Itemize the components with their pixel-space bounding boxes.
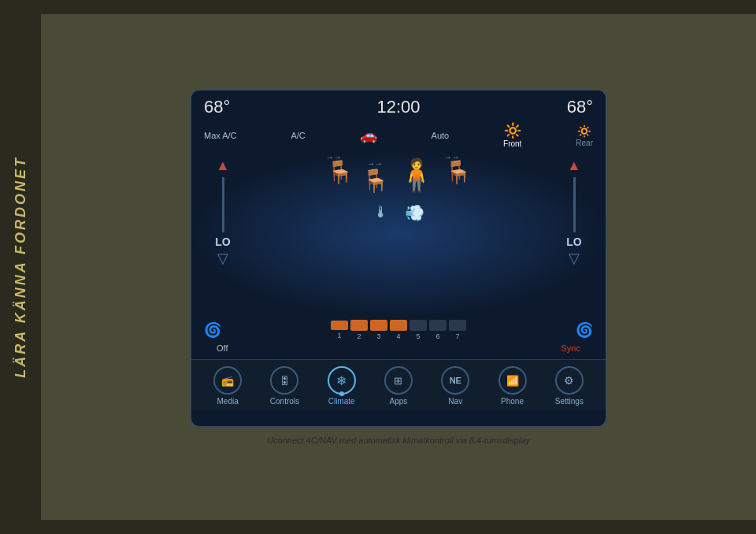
fan-high-icon[interactable]: 🌀 [576, 321, 593, 339]
temp-right[interactable]: 68° [567, 97, 593, 117]
left-temp-up[interactable]: ▲ [216, 158, 230, 174]
off-sync-row: Off Sync [191, 343, 606, 354]
controls-icon: 🎛 [270, 366, 298, 395]
climate-screen: 68° 12:00 68° Max A/C A/C 🚗 Auto 🔆 Front… [190, 89, 607, 428]
auto-button[interactable]: Auto [432, 131, 450, 140]
climate-icon: ❄ [328, 366, 356, 395]
fan-seg-5[interactable]: 5 [410, 320, 427, 340]
vent-icon[interactable]: 💨 [405, 203, 424, 222]
nav-icon: NE [441, 366, 469, 395]
off-label[interactable]: Off [204, 343, 228, 354]
right-temp-up[interactable]: ▲ [567, 158, 581, 174]
ac-controls-row: Max A/C A/C 🚗 Auto 🔆 Front 🔅 Rear [191, 121, 606, 151]
right-temp-control: ▲ LO ▽ [550, 154, 598, 267]
phone-icon: 📶 [498, 366, 527, 395]
left-temp-control: ▲ LO ▽ [199, 154, 246, 267]
center-person-seat[interactable]: →→ 🪑 [361, 159, 389, 194]
settings-icon: ⚙ [555, 366, 584, 395]
nav-media[interactable]: 📻 Media [204, 366, 251, 406]
left-front-seat[interactable]: →→ 🪑 [326, 159, 354, 194]
right-temp-value: LO [566, 235, 581, 248]
fan-seg-7[interactable]: 7 [449, 320, 466, 340]
max-ac-button[interactable]: Max A/C [204, 131, 237, 140]
nav-controls[interactable]: 🎛 Controls [261, 366, 308, 406]
nav-climate[interactable]: ❄ Climate [318, 366, 365, 406]
fan-seg-6[interactable]: 6 [429, 320, 447, 340]
apps-icon: ⊞ [384, 366, 413, 395]
time-display: 12:00 [376, 97, 420, 117]
media-icon: 📻 [213, 366, 242, 395]
nav-bar: 📻 Media 🎛 Controls ❄ Climate [191, 359, 606, 410]
front-button[interactable]: 🔆 Front [503, 122, 521, 148]
fan-low-icon[interactable]: 🌀 [204, 321, 221, 339]
bottom-strip [41, 520, 756, 534]
chapter-title: LÄRA KÄNNA FORDONET [13, 156, 29, 378]
seat-controls-center: →→ 🪑 →→ 🪑 🧍 →→ 🪑 [246, 154, 550, 222]
nav-apps-label: Apps [390, 397, 408, 406]
fan-speed-bar: 1 2 3 4 5 [331, 320, 466, 340]
main-person-figure: 🧍 [397, 159, 436, 194]
right-seat[interactable]: →→ 🪑 [444, 159, 472, 194]
nav-settings[interactable]: ⚙ Settings [546, 366, 593, 406]
nav-nav-label: Nav [448, 397, 462, 406]
fan-seg-4[interactable]: 4 [390, 320, 407, 340]
fan-seg-2[interactable]: 2 [350, 320, 368, 340]
nav-navigation[interactable]: NE Nav [432, 366, 479, 406]
nav-phone[interactable]: 📶 Phone [489, 366, 536, 406]
left-temp-value: LO [215, 235, 230, 248]
rear-button[interactable]: 🔅 Rear [576, 124, 593, 147]
seat-icons-top: →→ 🪑 →→ 🪑 🧍 →→ 🪑 [326, 159, 472, 194]
seat-heat-icon[interactable]: 🌡 [373, 203, 389, 222]
nav-media-label: Media [217, 397, 239, 406]
nav-apps[interactable]: ⊞ Apps [375, 366, 422, 406]
right-temp-bar [573, 177, 576, 232]
right-temp-down[interactable]: ▽ [569, 250, 580, 267]
fan-controls-row: 🌀 1 2 3 4 [191, 317, 606, 343]
fan-seg-3[interactable]: 3 [370, 320, 387, 340]
main-content: 68° 12:00 68° Max A/C A/C 🚗 Auto 🔆 Front… [41, 14, 756, 520]
temp-left[interactable]: 68° [204, 97, 230, 117]
screen-caption: Uconnect 4C/NAV med automatisk klimatkon… [267, 436, 530, 445]
top-strip [41, 0, 756, 14]
fan-seg-1[interactable]: 1 [331, 321, 348, 339]
ac-button[interactable]: A/C [291, 131, 305, 140]
sync-label[interactable]: Sync [561, 343, 593, 354]
left-temp-bar [222, 177, 224, 232]
left-temp-down[interactable]: ▽ [217, 250, 228, 267]
nav-climate-label: Climate [328, 397, 355, 406]
screen-top-bar: 68° 12:00 68° [191, 91, 606, 121]
climate-main-area: ▲ LO ▽ →→ 🪑 →→ 🪑 [191, 151, 606, 317]
car-icon: 🚗 [360, 127, 377, 144]
left-sidebar: LÄRA KÄNNA FORDONET [0, 0, 41, 534]
nav-phone-label: Phone [501, 397, 524, 406]
bottom-heat-row: 🌡 💨 [373, 203, 424, 222]
nav-controls-label: Controls [270, 397, 299, 406]
nav-settings-label: Settings [555, 397, 584, 406]
